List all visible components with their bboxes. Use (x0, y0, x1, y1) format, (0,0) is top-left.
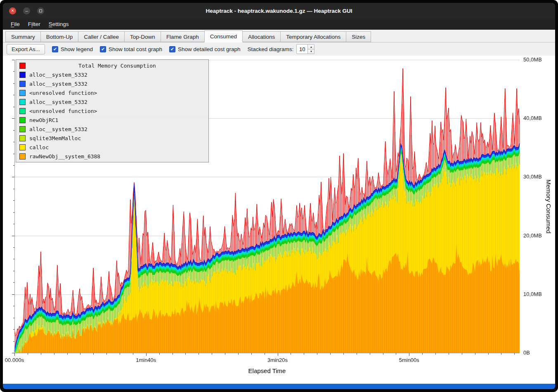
tab-bar: SummaryBottom-UpCaller / CalleeTop-DownF… (3, 30, 555, 42)
legend-item: rawNewObj__system_6388 (16, 152, 208, 161)
legend-label: newObjRC1 (29, 117, 58, 123)
spin-up-button[interactable]: ▲ (308, 45, 314, 49)
spin-buttons: ▲ ▼ (307, 45, 314, 54)
legend-item: alloc__system_5332 (16, 70, 208, 79)
y-tick-label: 10,0MB (523, 291, 542, 297)
legend-swatch (19, 90, 26, 96)
legend-item: sqlite3MemMalloc (16, 134, 208, 143)
menu-filter[interactable]: Filter (24, 20, 44, 28)
x-axis-label: Elapsed Time (248, 367, 286, 374)
titlebar: × – Heaptrack - heaptrack.wakunode.1.gz … (3, 3, 555, 19)
x-tick-label: 3min20s (267, 357, 288, 363)
legend-swatch (19, 117, 26, 123)
x-tick-label: 1min40s (136, 357, 156, 363)
legend-swatch (19, 108, 26, 114)
y-tick-label: 20,0MB (523, 232, 542, 239)
x-tick-label: 5min00s (399, 357, 419, 363)
chart-area: Total Memory Consumptionalloc__system_53… (3, 56, 555, 384)
window-controls: × – (3, 7, 44, 14)
toolbar: Export As... ✔Show legend✔Show total cos… (3, 42, 555, 56)
tab-allocations[interactable]: Allocations (242, 31, 281, 42)
y-tick-label: 30,0MB (523, 174, 542, 180)
checkbox-box[interactable]: ✔ (52, 46, 58, 52)
tab-flame-graph[interactable]: Flame Graph (161, 31, 205, 42)
legend-swatch (19, 135, 26, 141)
legend-swatch (19, 81, 26, 87)
minimize-button[interactable]: – (23, 7, 30, 14)
close-button[interactable]: × (9, 7, 16, 14)
legend-label: calloc (29, 144, 49, 150)
stacked-diagrams-value[interactable]: 10 (297, 45, 307, 54)
legend-swatch (19, 99, 26, 105)
legend-label: alloc__system_5332 (29, 81, 87, 87)
legend-item: alloc__system_5332 (16, 79, 208, 88)
checkbox-label[interactable]: Show detailed cost graph (178, 46, 241, 52)
checkbox-box[interactable]: ✔ (100, 46, 106, 52)
tab-caller-callee[interactable]: Caller / Callee (78, 31, 125, 42)
stacked-diagrams-spinbox: 10 ▲ ▼ (296, 44, 314, 54)
legend-swatch (19, 126, 26, 132)
checkbox-show-legend: ✔Show legend (52, 46, 93, 52)
legend-swatch (19, 153, 26, 160)
stacked-diagrams-label: Stacked diagrams: (248, 46, 294, 52)
stacked-diagrams-group: Stacked diagrams: 10 ▲ ▼ (248, 44, 315, 54)
legend-label: alloc__system_5332 (29, 72, 87, 78)
legend-label: <unresolved function> (29, 90, 97, 96)
legend-item: newObjRC1 (16, 115, 208, 124)
maximize-button[interactable] (37, 7, 44, 14)
x-tick-label: 00.000s (5, 357, 24, 363)
menu-file[interactable]: File (7, 20, 24, 28)
legend-item: <unresolved function> (16, 106, 208, 115)
checkbox-label[interactable]: Show total cost graph (109, 46, 162, 52)
menubar: FileFilterSettings (3, 19, 555, 30)
checkbox-row: ✔Show legend✔Show total cost graph✔Show … (52, 46, 241, 52)
legend-item: alloc__system_5332 (16, 124, 208, 134)
checkbox-show-total-cost-graph: ✔Show total cost graph (100, 46, 162, 52)
y-tick-label: 50,0MB (523, 56, 542, 63)
legend-label: alloc__system_5332 (29, 126, 87, 132)
legend-item: alloc__system_5332 (16, 97, 208, 106)
tab-consumed[interactable]: Consumed (204, 31, 243, 42)
y-tick-label: 40,0MB (523, 115, 542, 121)
y-tick-label: 0B (523, 350, 530, 356)
checkbox-label[interactable]: Show legend (61, 46, 93, 52)
legend-label: alloc__system_5332 (29, 99, 87, 105)
legend-label: <unresolved function> (29, 108, 97, 114)
legend-label: sqlite3MemMalloc (29, 135, 81, 141)
tab-temporary-allocations[interactable]: Temporary Allocations (280, 31, 346, 42)
checkbox-box[interactable]: ✔ (169, 46, 175, 52)
main-area: SummaryBottom-UpCaller / CalleeTop-DownF… (3, 30, 555, 384)
legend-swatch (19, 144, 26, 150)
legend-swatch (19, 72, 26, 78)
legend-item: calloc (16, 143, 208, 152)
tab-top-down[interactable]: Top-Down (124, 31, 161, 42)
tab-sizes[interactable]: Sizes (346, 31, 371, 42)
legend-title: Total Memory Consumption (29, 63, 205, 69)
maximize-icon (39, 9, 42, 12)
tab-summary[interactable]: Summary (5, 31, 41, 42)
legend-title-row: Total Memory Consumption (16, 61, 208, 70)
spin-down-button[interactable]: ▼ (308, 49, 314, 54)
legend-swatch (19, 63, 26, 69)
tab-bottom-up[interactable]: Bottom-Up (40, 31, 79, 42)
bottom-status-strip (3, 384, 555, 389)
y-axis-label: Memory Consumed (545, 179, 552, 233)
export-as-button[interactable]: Export As... (7, 44, 45, 54)
window-title: Heaptrack - heaptrack.wakunode.1.gz — He… (3, 8, 555, 14)
chart-legend: Total Memory Consumptionalloc__system_53… (16, 59, 209, 162)
menu-settings[interactable]: Settings (45, 20, 73, 28)
checkbox-show-detailed-cost-graph: ✔Show detailed cost graph (169, 46, 241, 52)
legend-item: <unresolved function> (16, 88, 208, 97)
legend-label: rawNewObj__system_6388 (29, 153, 100, 160)
app-window: × – Heaptrack - heaptrack.wakunode.1.gz … (0, 0, 558, 392)
